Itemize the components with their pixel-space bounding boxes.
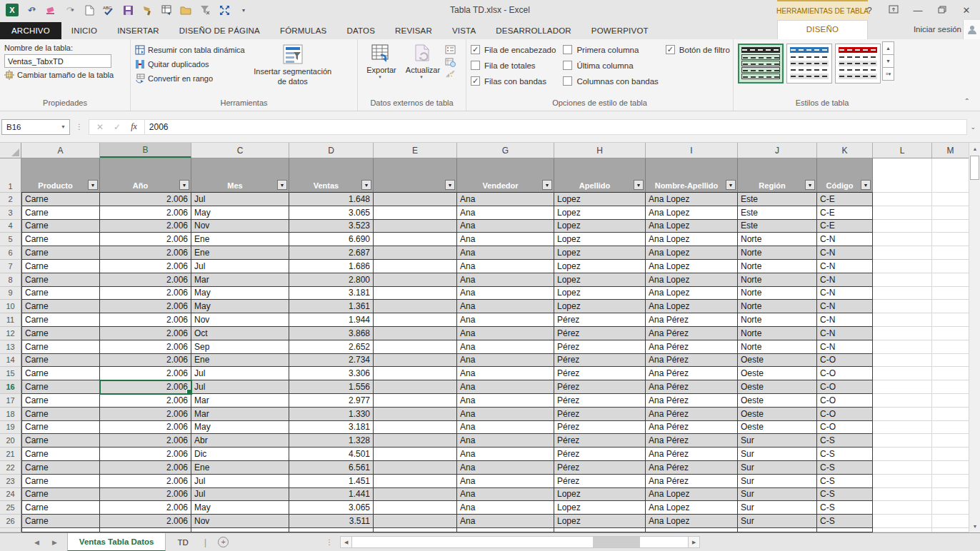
cell-I25[interactable]: Ana Lopez	[646, 501, 738, 515]
row-header-18[interactable]: 18	[0, 408, 21, 421]
cell-I4[interactable]: Ana Lopez	[646, 220, 738, 233]
insert-slicer-button[interactable]: Insertar segmentación de datos	[251, 42, 335, 98]
cell-B4[interactable]: 2.006	[100, 220, 191, 233]
cell-I19[interactable]: Ana Pérez	[646, 421, 738, 435]
horizontal-scrollbar[interactable]: ◀ ▶	[340, 536, 700, 548]
cell-M6[interactable]	[932, 246, 969, 260]
row-header-1[interactable]: 1	[0, 158, 21, 193]
cell-K19[interactable]: C-O	[817, 421, 873, 435]
row-header-15[interactable]: 15	[0, 367, 21, 380]
select-all-corner[interactable]	[0, 143, 21, 158]
cell-D12[interactable]: 3.868	[289, 327, 374, 340]
cell-G2[interactable]: Ana	[457, 193, 554, 206]
cell-I13[interactable]: Ana Pérez	[646, 340, 738, 354]
cell-B24[interactable]: 2.006	[100, 488, 191, 502]
cell-J2[interactable]: Este	[738, 193, 817, 206]
row-header-16[interactable]: 16	[0, 380, 21, 394]
cell-B13[interactable]: 2.006	[100, 340, 191, 354]
cell-J18[interactable]: Oeste	[738, 408, 817, 421]
cell-E23[interactable]	[374, 475, 457, 488]
cell-J20[interactable]: Sur	[738, 434, 817, 448]
cell-A26[interactable]: Carne	[21, 515, 100, 528]
cell-J13[interactable]: Norte	[738, 340, 817, 354]
cell-G13[interactable]: Ana	[457, 340, 554, 354]
filter-dropdown-icon[interactable]: ▼	[726, 180, 736, 190]
filter-dropdown-icon[interactable]: ▼	[179, 180, 189, 190]
cell-A15[interactable]: Carne	[21, 367, 100, 380]
cell-A10[interactable]: Carne	[21, 300, 100, 313]
row-header-3[interactable]: 3	[0, 206, 21, 220]
cell-J11[interactable]: Norte	[738, 313, 817, 327]
expand-formula-bar-icon[interactable]: ⌄	[970, 123, 980, 131]
cell-M9[interactable]	[932, 287, 969, 300]
cell-G18[interactable]: Ana	[457, 408, 554, 421]
cell-C4[interactable]: Nov	[191, 220, 289, 233]
column-header-I[interactable]: I	[646, 143, 738, 158]
cell-B14[interactable]: 2.006	[100, 354, 191, 368]
cell-D20[interactable]: 1.328	[289, 434, 374, 448]
cell-D7[interactable]: 1.686	[289, 260, 374, 273]
cell-B16[interactable]: 2.006	[100, 380, 191, 394]
tab-inicio[interactable]: INICIO	[61, 23, 107, 39]
cell-A18[interactable]: Carne	[21, 408, 100, 421]
cell-L14[interactable]	[873, 354, 932, 368]
sign-in-link[interactable]: Iniciar sesión	[914, 25, 961, 34]
refresh-button[interactable]: Actualizar ▾	[404, 42, 442, 98]
tab-datos[interactable]: DATOS	[336, 23, 385, 39]
cell-C26[interactable]: Nov	[191, 515, 289, 528]
cell-B3[interactable]: 2.006	[100, 206, 191, 220]
cell-G3[interactable]: Ana	[457, 206, 554, 220]
cell-A7[interactable]: Carne	[21, 260, 100, 273]
cell-G12[interactable]: Ana	[457, 327, 554, 340]
clear-filter-icon[interactable]	[199, 4, 211, 16]
cell-G6[interactable]: Ana	[457, 246, 554, 260]
cell-J4[interactable]: Este	[738, 220, 817, 233]
checkbox-fila-encabezado[interactable]: ✓ Fila de encabezado	[471, 45, 556, 54]
cell-J19[interactable]: Oeste	[738, 421, 817, 435]
row-header-24[interactable]: 24	[0, 488, 21, 502]
cell-C20[interactable]: Abr	[191, 434, 289, 448]
cell-E9[interactable]	[374, 287, 457, 300]
cell-B17[interactable]: 2.006	[100, 394, 191, 408]
cell-B5[interactable]: 2.006	[100, 233, 191, 246]
cell-I20[interactable]: Ana Pérez	[646, 434, 738, 448]
cell-I21[interactable]: Ana Pérez	[646, 448, 738, 461]
cell-H11[interactable]: Pérez	[554, 313, 646, 327]
cell-H21[interactable]: Pérez	[554, 448, 646, 461]
cell-M16[interactable]	[932, 380, 969, 394]
checkbox-filas-bandas[interactable]: ✓ Filas con bandas	[471, 76, 556, 86]
scroll-down-icon[interactable]: ▼	[969, 520, 980, 532]
cell-A9[interactable]: Carne	[21, 287, 100, 300]
cell-M19[interactable]	[932, 421, 969, 435]
cell-L3[interactable]	[873, 206, 932, 220]
filter-dropdown-icon[interactable]: ▼	[88, 180, 98, 190]
row-header-7[interactable]: 7	[0, 260, 21, 273]
cell-D24[interactable]: 1.441	[289, 488, 374, 502]
header-cell-apellido[interactable]: Apellido ▼	[554, 158, 646, 193]
cell-K5[interactable]: C-N	[817, 233, 873, 246]
cell-H9[interactable]: Lopez	[554, 287, 646, 300]
column-header-K[interactable]: K	[817, 143, 873, 158]
formula-bar-handle[interactable]: ⋮	[76, 123, 83, 131]
data-range-properties-icon[interactable]	[445, 45, 456, 54]
cell-C24[interactable]: Jul	[191, 488, 289, 502]
header-cell-region[interactable]: Región ▼	[738, 158, 817, 193]
cell-D15[interactable]: 3.306	[289, 367, 374, 380]
cell-L5[interactable]	[873, 233, 932, 246]
column-header-M[interactable]: M	[932, 143, 969, 158]
cell-I11[interactable]: Ana Pérez	[646, 313, 738, 327]
cell-G22[interactable]: Ana	[457, 461, 554, 475]
header-cell-codigo[interactable]: Código ▼	[817, 158, 873, 193]
scroll-left-icon[interactable]: ◀	[340, 536, 352, 548]
cell-H14[interactable]: Pérez	[554, 354, 646, 368]
cell-A2[interactable]: Carne	[21, 193, 100, 206]
restore-button[interactable]	[936, 5, 949, 16]
cell-B10[interactable]: 2.006	[100, 300, 191, 313]
excel-logo-icon[interactable]: X	[6, 4, 19, 16]
cell-K7[interactable]: C-N	[817, 260, 873, 273]
cell-H5[interactable]: Lopez	[554, 233, 646, 246]
cell-M24[interactable]	[932, 488, 969, 502]
cell-A16[interactable]: Carne	[21, 380, 100, 394]
cell-G8[interactable]: Ana	[457, 273, 554, 287]
sheet-prev-icon[interactable]: ◀	[34, 539, 39, 546]
